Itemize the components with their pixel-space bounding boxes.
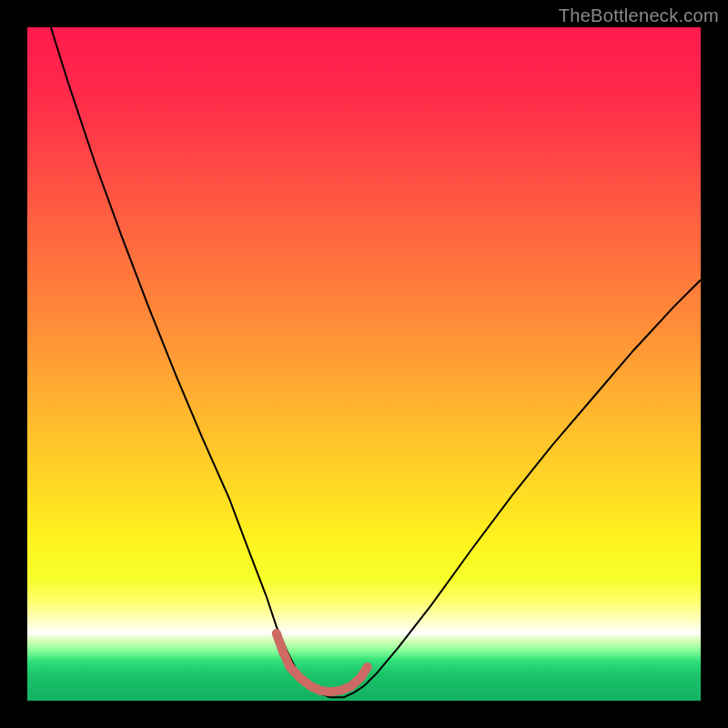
watermark-label: TheBottleneck.com bbox=[559, 5, 719, 26]
optimal-range-marker bbox=[277, 633, 368, 692]
curve-layer bbox=[27, 27, 701, 701]
bottleneck-curve bbox=[51, 27, 701, 697]
plot-area bbox=[27, 27, 701, 701]
chart-container: TheBottleneck.com bbox=[0, 0, 728, 728]
